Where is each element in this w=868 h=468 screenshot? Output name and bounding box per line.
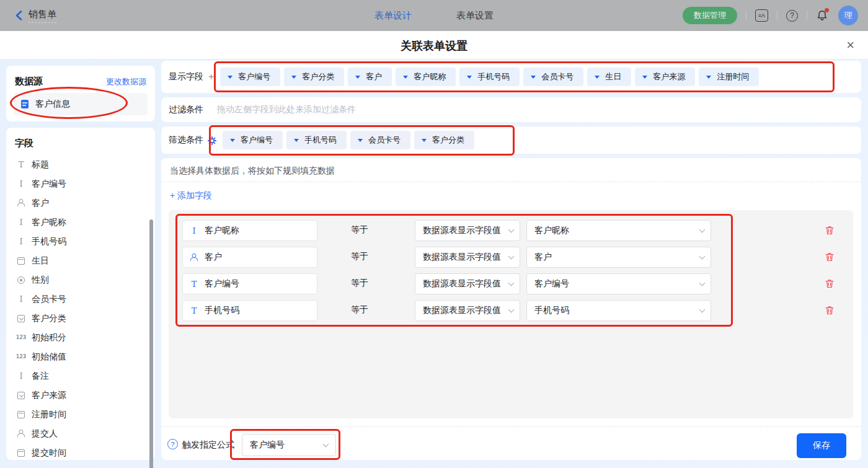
rule-value-select[interactable]: 手机号码 xyxy=(526,300,711,321)
text-icon: T xyxy=(189,279,199,289)
field-item[interactable]: 性别 xyxy=(11,270,149,289)
calendar-icon xyxy=(16,448,26,458)
rule-field-box[interactable]: T客户编号 xyxy=(182,273,317,294)
text-icon: I xyxy=(16,237,26,247)
select-value: 数据源表显示字段值 xyxy=(423,278,501,289)
field-item[interactable]: 注册时间 xyxy=(11,405,149,424)
datasource-item[interactable]: 客户信息 xyxy=(14,93,148,115)
field-label: 客户分类 xyxy=(32,313,66,324)
avatar[interactable]: 理 xyxy=(838,6,858,25)
field-chip[interactable]: 客户 xyxy=(348,68,392,86)
delete-rule-icon[interactable] xyxy=(825,225,835,238)
number-icon: 123 xyxy=(16,333,26,343)
caret-down-icon xyxy=(403,76,408,79)
form-doc-icon xyxy=(20,99,30,109)
scrollbar[interactable] xyxy=(149,219,153,468)
field-chip[interactable]: 客户编号 xyxy=(223,131,283,149)
field-label: 初始积分 xyxy=(32,332,66,343)
field-item[interactable]: I会员卡号 xyxy=(11,289,149,309)
field-label: 客户编号 xyxy=(32,179,66,190)
field-item[interactable]: 提交时间 xyxy=(11,443,149,462)
formula-help-icon[interactable]: ? xyxy=(167,439,178,449)
add-field-link[interactable]: + 添加字段 xyxy=(170,190,212,201)
field-chip[interactable]: 手机号码 xyxy=(459,68,520,86)
rule-source-select[interactable]: 数据源表显示字段值 xyxy=(415,247,520,268)
field-chip[interactable]: 客户分类 xyxy=(414,131,474,149)
field-label: 生日 xyxy=(32,255,49,267)
field-chip[interactable]: 手机号码 xyxy=(286,131,347,149)
rule-row: T客户编号 等于 数据源表显示字段值 客户编号 xyxy=(169,273,853,294)
calendar-icon xyxy=(16,256,26,266)
change-datasource-link[interactable]: 更改数据源 xyxy=(106,76,146,87)
rules-container: I客户昵称 等于 数据源表显示字段值 客户昵称 客户 等于 数据源表显示字段值 … xyxy=(169,210,853,418)
formula-select[interactable]: 客户编号 xyxy=(242,434,336,456)
chevron-down-icon xyxy=(699,307,706,313)
close-icon[interactable]: × xyxy=(846,37,854,53)
filter-dropzone[interactable]: 拖动左侧字段到此处来添加过滤条件 xyxy=(217,104,356,115)
rule-field-box[interactable]: I客户昵称 xyxy=(182,220,317,241)
field-label: 提交时间 xyxy=(32,448,66,459)
field-item[interactable]: 客户来源 xyxy=(11,386,149,405)
chevron-down-icon xyxy=(508,307,515,313)
field-item[interactable]: 123初始储值 xyxy=(11,347,149,366)
caret-down-icon xyxy=(291,76,296,79)
contacts-icon[interactable]: ≡A xyxy=(755,9,768,22)
rule-value-select[interactable]: 客户 xyxy=(526,247,711,268)
dialog-title: 关联表单设置 xyxy=(0,38,868,53)
field-chip[interactable]: 会员卡号 xyxy=(350,131,410,149)
datasource-panel: 数据源 更改数据源 客户信息 xyxy=(6,66,155,121)
field-item[interactable]: I备注 xyxy=(11,366,149,386)
field-chip[interactable]: 客户编号 xyxy=(220,68,280,86)
add-display-field-button[interactable]: + xyxy=(208,71,214,82)
field-item[interactable]: 提交人 xyxy=(11,424,149,443)
notification-bell-icon[interactable] xyxy=(816,9,830,22)
help-icon[interactable]: ? xyxy=(786,10,798,22)
rule-value-select[interactable]: 客户昵称 xyxy=(526,220,711,241)
field-item[interactable]: 客户分类 xyxy=(11,309,149,328)
select-value: 数据源表显示字段值 xyxy=(423,225,501,236)
rule-source-select[interactable]: 数据源表显示字段值 xyxy=(415,300,520,321)
caret-down-icon xyxy=(355,76,360,79)
chip-label: 生日 xyxy=(605,71,621,82)
field-chip[interactable]: 会员卡号 xyxy=(523,68,583,86)
field-list: T标题 I客户编号 客户 I客户昵称 I手机号码 生日 性别 I会员卡号 客户分… xyxy=(11,155,149,462)
field-item[interactable]: I客户昵称 xyxy=(11,213,149,232)
text-icon: I xyxy=(189,226,199,236)
caret-down-icon xyxy=(230,139,235,142)
caret-down-icon xyxy=(706,76,711,79)
chip-label: 手机号码 xyxy=(477,71,510,82)
gear-icon[interactable] xyxy=(208,136,216,145)
delete-rule-icon[interactable] xyxy=(825,252,835,265)
field-chip[interactable]: 生日 xyxy=(587,68,631,86)
chip-label: 客户 xyxy=(366,71,382,82)
rule-value-select[interactable]: 客户编号 xyxy=(526,273,711,294)
rule-field-box[interactable]: 客户 xyxy=(182,247,317,268)
field-chip[interactable]: 客户来源 xyxy=(635,68,695,86)
field-item[interactable]: 客户 xyxy=(11,193,149,213)
filter-label: 过滤条件 xyxy=(169,104,203,115)
topbar: 销售单 表单设计 表单设置 数据管理 ≡A ? 理 xyxy=(0,0,868,31)
rule-operator: 等于 xyxy=(351,251,368,262)
field-chip[interactable]: 客户昵称 xyxy=(396,68,456,86)
rule-field-label: 客户编号 xyxy=(205,278,239,289)
field-item[interactable]: I客户编号 xyxy=(11,174,149,193)
field-label: 标题 xyxy=(32,159,49,170)
caret-down-icon xyxy=(228,76,232,79)
field-item[interactable]: T标题 xyxy=(11,155,149,174)
field-item[interactable]: I手机号码 xyxy=(11,232,149,251)
tab-form-design[interactable]: 表单设计 xyxy=(374,10,412,22)
text-icon: I xyxy=(16,179,26,189)
rule-source-select[interactable]: 数据源表显示字段值 xyxy=(415,220,520,241)
field-item[interactable]: 123初始积分 xyxy=(11,328,149,347)
tab-form-settings[interactable]: 表单设置 xyxy=(456,10,494,22)
delete-rule-icon[interactable] xyxy=(825,305,835,318)
rule-field-box[interactable]: T手机号码 xyxy=(182,300,317,321)
field-chip[interactable]: 客户分类 xyxy=(284,68,344,86)
rule-source-select[interactable]: 数据源表显示字段值 xyxy=(415,273,520,294)
field-item[interactable]: 生日 xyxy=(11,251,149,270)
save-button[interactable]: 保存 xyxy=(797,433,846,458)
delete-rule-icon[interactable] xyxy=(825,278,835,291)
data-manage-button[interactable]: 数据管理 xyxy=(683,7,737,24)
field-chip[interactable]: 注册时间 xyxy=(699,68,759,86)
divider xyxy=(777,11,777,20)
